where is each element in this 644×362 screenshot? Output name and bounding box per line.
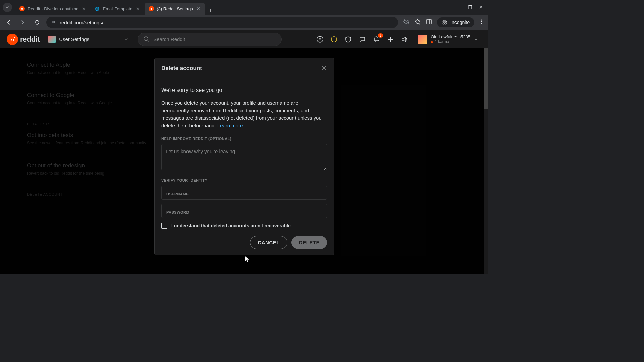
svg-point-10: [14, 37, 15, 38]
new-tab-button[interactable]: +: [205, 8, 217, 15]
back-button[interactable]: [4, 18, 13, 27]
browser-tab-strip: ● Reddit - Dive into anything ✕ 🌐 Email …: [0, 0, 488, 15]
page-scrollbar[interactable]: [484, 48, 488, 274]
reddit-logo-icon: [7, 34, 18, 45]
maximize-button[interactable]: ❐: [468, 5, 472, 10]
delete-button[interactable]: DELETE: [291, 236, 327, 249]
modal-actions: CANCEL DELETE: [161, 236, 327, 249]
delete-account-modal: Delete account ✕ We're sorry to see you …: [154, 58, 334, 255]
chat-icon[interactable]: [358, 35, 366, 43]
karma-flower-icon: ✿: [431, 40, 433, 44]
header-actions: 3 Ok_Lawfulness5235 ✿1 karma: [316, 33, 482, 45]
tab-email-template[interactable]: 🌐 Email Template ✕: [91, 3, 145, 15]
chevron-down-icon: [5, 5, 9, 9]
site-info-icon[interactable]: [51, 19, 56, 26]
reddit-logo[interactable]: reddit: [7, 34, 40, 45]
svg-rect-0: [427, 19, 431, 24]
minimize-button[interactable]: —: [457, 5, 461, 10]
incognito-label: Incognito: [450, 20, 470, 25]
tab-reddit-settings[interactable]: ● (3) Reddit Settings ✕: [145, 3, 205, 15]
community-dropdown[interactable]: User Settings: [45, 36, 132, 43]
chevron-down-icon: [124, 37, 129, 42]
reload-button[interactable]: [32, 18, 42, 27]
notifications-icon[interactable]: 3: [372, 35, 380, 43]
user-menu[interactable]: Ok_Lawfulness5235 ✿1 karma: [415, 33, 482, 45]
cancel-button[interactable]: CANCEL: [250, 236, 287, 249]
chevron-down-icon: [474, 37, 478, 42]
tab-title: Email Template: [103, 6, 132, 11]
coins-icon[interactable]: [330, 35, 338, 43]
username-float-label: USERNAME: [166, 192, 322, 196]
password-field[interactable]: PASSWORD: [161, 204, 327, 218]
modal-body: We're sorry to see you go Once you delet…: [155, 79, 334, 255]
create-post-icon[interactable]: [386, 35, 394, 43]
password-float-label: PASSWORD: [166, 210, 322, 214]
svg-point-3: [445, 22, 447, 24]
svg-point-11: [144, 37, 148, 41]
user-avatar-icon: [418, 35, 427, 44]
side-panel-icon[interactable]: [426, 18, 432, 26]
browser-menu-icon[interactable]: [479, 19, 484, 26]
bookmark-star-icon[interactable]: [414, 18, 421, 26]
popular-icon[interactable]: [316, 35, 324, 43]
svg-point-8: [11, 39, 12, 40]
sorry-heading: We're sorry to see you go: [161, 87, 327, 93]
help-improve-label: HELP IMPROVE REDDIT (OPTIONAL): [161, 137, 327, 141]
address-bar[interactable]: reddit.com/settings/: [46, 17, 398, 28]
modal-close-button[interactable]: ✕: [321, 64, 327, 73]
incognito-eye-icon[interactable]: [403, 18, 410, 26]
karma-label: ✿1 karma: [431, 39, 470, 44]
browser-toolbar: reddit.com/settings/ Incognito: [0, 15, 488, 30]
confirm-checkbox-label: I understand that deleted accounts aren'…: [171, 223, 291, 228]
modal-header: Delete account ✕: [155, 58, 334, 79]
incognito-icon: [442, 19, 448, 25]
forward-button[interactable]: [18, 18, 28, 27]
tab-search-dropdown[interactable]: [3, 3, 12, 12]
url-text: reddit.com/settings/: [60, 20, 103, 25]
scrollbar-thumb[interactable]: [484, 48, 488, 109]
tab-reddit-home[interactable]: ● Reddit - Dive into anything ✕: [15, 3, 91, 15]
tab-close-icon[interactable]: ✕: [81, 5, 87, 12]
leaving-reason-textarea[interactable]: [161, 144, 327, 170]
username-label: Ok_Lawfulness5235: [431, 34, 470, 39]
svg-point-2: [443, 22, 445, 24]
username-field[interactable]: USERNAME: [161, 186, 327, 200]
reload-icon: [34, 19, 40, 25]
tab-close-icon[interactable]: ✕: [196, 5, 201, 12]
svg-point-6: [481, 23, 482, 24]
arrow-right-icon: [20, 19, 26, 25]
modal-title: Delete account: [161, 65, 202, 72]
verify-identity-label: VERIFY YOUR IDENTITY: [161, 178, 327, 182]
nav-avatar-icon: [48, 36, 56, 43]
modal-overlay[interactable]: Delete account ✕ We're sorry to see you …: [0, 48, 488, 274]
nav-dropdown-label: User Settings: [59, 36, 89, 42]
reddit-favicon-icon: ●: [19, 6, 25, 11]
svg-point-13: [317, 36, 323, 42]
search-icon: [143, 36, 150, 43]
tabs-container: ● Reddit - Dive into anything ✕ 🌐 Email …: [15, 0, 454, 15]
svg-point-5: [481, 21, 482, 22]
confirm-checkbox[interactable]: [161, 223, 167, 229]
search-box[interactable]: [138, 33, 282, 46]
close-window-button[interactable]: ✕: [479, 5, 483, 10]
svg-line-12: [148, 40, 149, 42]
confirm-checkbox-row[interactable]: I understand that deleted accounts aren'…: [161, 223, 327, 229]
notification-badge: 3: [378, 33, 383, 38]
toolbar-actions: Incognito: [403, 17, 484, 27]
tab-close-icon[interactable]: ✕: [135, 5, 141, 12]
main-content: Connect to Apple Connect account to log …: [0, 48, 488, 274]
learn-more-link[interactable]: Learn more: [217, 123, 243, 128]
tab-title: (3) Reddit Settings: [157, 6, 193, 11]
tab-title: Reddit - Dive into anything: [28, 6, 78, 11]
search-input[interactable]: [153, 36, 276, 42]
reddit-favicon-icon: ●: [149, 6, 154, 11]
arrow-left-icon: [6, 19, 12, 25]
reddit-logo-text: reddit: [20, 35, 40, 44]
incognito-indicator[interactable]: Incognito: [437, 17, 474, 27]
svg-point-9: [13, 39, 14, 40]
shield-icon[interactable]: [344, 35, 352, 43]
globe-favicon-icon: 🌐: [95, 6, 100, 11]
advertise-icon[interactable]: [400, 35, 409, 43]
svg-point-4: [481, 20, 482, 21]
window-controls: — ❐ ✕: [454, 5, 486, 10]
